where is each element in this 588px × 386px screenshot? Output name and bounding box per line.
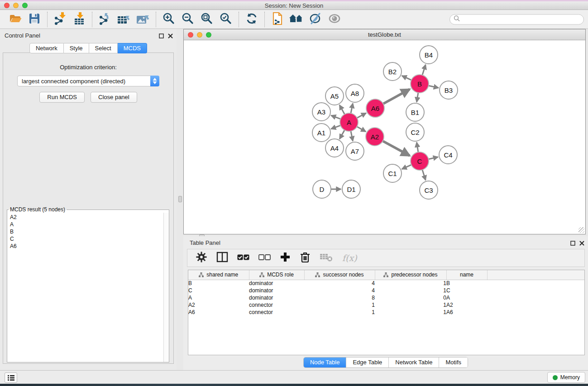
home-view-button[interactable]	[288, 11, 305, 28]
table-cell[interactable]: A	[446, 294, 487, 301]
table-row[interactable]: Adominator80A	[188, 294, 584, 301]
table-cell[interactable]: A6	[446, 309, 487, 316]
graph-node-B1[interactable]: B1	[406, 103, 424, 121]
minimize-window-button[interactable]	[13, 3, 19, 8]
graph-node-C[interactable]: C	[411, 152, 429, 170]
zoom-out-button[interactable]	[180, 11, 196, 28]
network-file-button[interactable]	[269, 11, 286, 28]
export-table-button[interactable]	[116, 11, 132, 28]
zoom-network-button[interactable]	[206, 32, 211, 38]
import-network-button[interactable]	[52, 11, 68, 28]
result-list-item[interactable]: B	[8, 228, 163, 235]
tab-node-table[interactable]: Node Table	[304, 357, 346, 367]
graph-edge-A-A2[interactable]	[357, 127, 366, 132]
function-builder-button[interactable]: f(x)	[342, 253, 357, 263]
column-header-shared-name[interactable]: shared name	[188, 270, 249, 280]
graph-edge-A-A1[interactable]	[331, 125, 341, 129]
refresh-button[interactable]	[244, 11, 260, 28]
memory-button[interactable]: Memory	[547, 372, 585, 383]
table-cell[interactable]: connector	[249, 309, 304, 316]
graph-edge-B-B3[interactable]	[429, 86, 439, 88]
select-all-button[interactable]	[237, 254, 249, 262]
create-column-button[interactable]	[280, 252, 291, 264]
graph-node-A2[interactable]: A2	[366, 128, 384, 146]
show-columns-button[interactable]	[216, 252, 228, 264]
table-cell[interactable]: dominator	[249, 287, 304, 294]
table-cell[interactable]: 1	[375, 287, 446, 294]
result-list-item[interactable]: A2	[8, 214, 163, 221]
zoom-fit-button[interactable]	[199, 11, 215, 28]
table-cell[interactable]: 4	[304, 280, 375, 287]
float-panel-icon[interactable]	[159, 32, 164, 40]
close-network-button[interactable]	[188, 32, 193, 38]
table-cell[interactable]: A6	[188, 309, 249, 316]
delete-table-button[interactable]	[320, 252, 333, 264]
tab-network[interactable]: Network	[29, 43, 64, 53]
zoom-window-button[interactable]	[22, 3, 28, 8]
network-window-titlebar[interactable]: testGlobe.txt	[184, 29, 585, 40]
table-cell[interactable]: 1	[375, 309, 446, 316]
splitter-handle-vertical[interactable]	[178, 196, 182, 202]
result-list-item[interactable]: C	[8, 235, 163, 243]
graph-node-A5[interactable]: A5	[325, 87, 344, 105]
zoom-selected-button[interactable]	[218, 11, 234, 28]
result-list-item[interactable]: A	[8, 221, 163, 228]
delete-column-button[interactable]	[300, 251, 311, 265]
graph-node-A6[interactable]: A6	[366, 99, 384, 117]
search-box[interactable]	[449, 14, 584, 24]
column-header-predecessor-nodes[interactable]: predecessor nodes	[375, 270, 446, 280]
graph-node-B[interactable]: B	[411, 75, 429, 93]
table-cell[interactable]: dominator	[249, 280, 304, 287]
deselect-all-button[interactable]	[258, 254, 271, 262]
criterion-select[interactable]: largest connected component (directed)	[17, 76, 159, 86]
close-panel-icon[interactable]	[168, 32, 173, 40]
float-table-panel-icon[interactable]	[570, 239, 575, 248]
graph-edge-B-B4[interactable]	[422, 65, 425, 75]
table-cell[interactable]: A2	[188, 301, 249, 309]
table-row[interactable]: Bdominator41B	[188, 280, 584, 287]
hide-labels-button[interactable]	[307, 11, 324, 28]
tab-style[interactable]: Style	[64, 43, 89, 53]
table-cell[interactable]: 1	[375, 280, 446, 287]
graph-edge-B-B2[interactable]	[402, 76, 411, 80]
tab-edge-table[interactable]: Edge Table	[346, 357, 388, 367]
result-scrollbar[interactable]	[163, 213, 169, 362]
column-header-name[interactable]: name	[446, 270, 487, 280]
graph-node-B2[interactable]: B2	[383, 62, 402, 81]
search-input[interactable]	[460, 16, 583, 23]
graph-edge-B-B1[interactable]	[417, 93, 418, 102]
export-image-button[interactable]	[135, 11, 151, 28]
graph-edge-C-C4[interactable]	[429, 157, 438, 159]
zoom-in-button[interactable]	[161, 11, 177, 28]
column-header-successor-nodes[interactable]: successor nodes	[304, 270, 375, 280]
import-table-button[interactable]	[71, 11, 87, 28]
graph-edge-A-A6[interactable]	[357, 113, 366, 118]
graph-node-C1[interactable]: C1	[383, 164, 402, 182]
graph-edge-A-A5[interactable]	[339, 105, 344, 114]
close-panel-button[interactable]: Close panel	[91, 92, 137, 103]
graph-node-C3[interactable]: C3	[420, 181, 438, 199]
tab-motifs[interactable]: Motifs	[439, 357, 468, 367]
result-list-item[interactable]: A6	[8, 243, 163, 250]
graph-node-C4[interactable]: C4	[439, 146, 457, 164]
table-cell[interactable]: connector	[249, 301, 304, 309]
graph-edge-A-A3[interactable]	[331, 115, 341, 119]
graph-edge-A2-C[interactable]	[383, 141, 410, 156]
table-row[interactable]: A2connector11A2	[188, 301, 584, 309]
minimize-network-button[interactable]	[197, 32, 202, 38]
save-session-button[interactable]	[26, 11, 43, 28]
table-cell[interactable]: 4	[304, 287, 375, 294]
tab-mcds[interactable]: MCDS	[118, 43, 147, 53]
graph-node-A3[interactable]: A3	[312, 103, 330, 121]
graph-edge-C-C3[interactable]	[422, 170, 425, 180]
table-cell[interactable]: 8	[304, 294, 375, 301]
graph-node-A4[interactable]: A4	[325, 139, 344, 157]
tab-select[interactable]: Select	[89, 43, 118, 53]
graph-node-A7[interactable]: A7	[346, 142, 364, 160]
table-cell[interactable]: C	[446, 287, 487, 294]
table-cell[interactable]: 1	[304, 301, 375, 309]
graph-node-B3[interactable]: B3	[440, 81, 458, 99]
table-cell[interactable]: 1	[375, 301, 446, 309]
main-titlebar[interactable]: Session: New Session	[0, 1, 588, 10]
graph-edge-A-A4[interactable]	[339, 130, 344, 139]
